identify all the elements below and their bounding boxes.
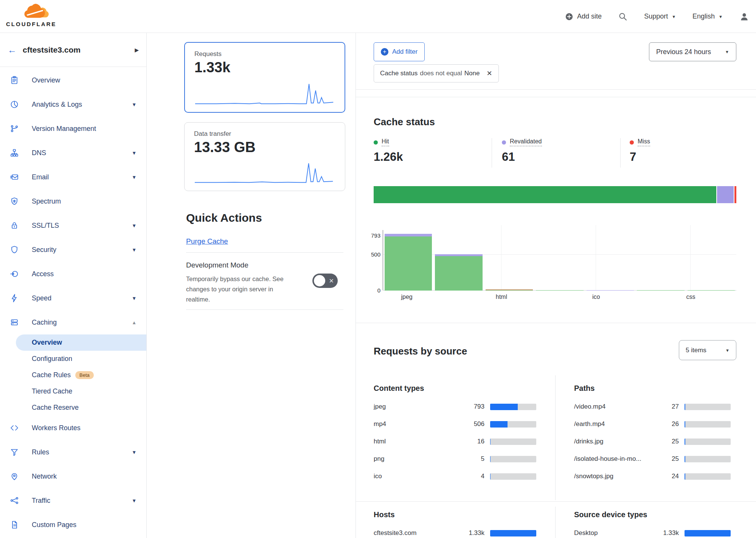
y-axis-tick: 500 xyxy=(365,251,380,258)
purge-cache-link[interactable]: Purge Cache xyxy=(186,237,228,246)
value-bar xyxy=(685,473,731,480)
data-transfer-card[interactable]: Data transfer 13.33 GB xyxy=(184,122,345,191)
hit-segment xyxy=(536,290,583,291)
sidebar-item-version-management[interactable]: Version Management xyxy=(0,117,146,141)
source-row-ico: ico4 xyxy=(374,468,536,485)
remove-filter-icon[interactable]: ✕ xyxy=(486,69,492,78)
divider xyxy=(186,252,343,253)
chevron-down-icon: ▼ xyxy=(719,14,723,19)
pie-chart-icon xyxy=(10,100,19,109)
chevron-up-icon: ▲ xyxy=(132,320,137,325)
sidebar-item-analytics-logs[interactable]: Analytics & Logs▼ xyxy=(0,92,146,117)
account-menu[interactable] xyxy=(739,12,749,22)
divider xyxy=(555,507,556,538)
bar-css[interactable] xyxy=(688,234,735,291)
sidebar-item-speed[interactable]: Speed▼ xyxy=(0,286,146,310)
sidebar-item-overview[interactable]: Overview xyxy=(0,68,146,92)
sidebar: ← cftestsite3.com ▶ OverviewAnalytics & … xyxy=(0,33,147,538)
items-count-select[interactable]: 5 items ▼ xyxy=(679,340,736,360)
summary-column: Requests 1.33k Data transfer 13.33 GB Qu… xyxy=(147,33,356,538)
value-bar xyxy=(685,421,731,428)
chevron-right-icon[interactable]: ▶ xyxy=(135,47,139,53)
source-row-html: html16 xyxy=(374,433,536,450)
stacked-segment-revalidated xyxy=(717,186,734,203)
add-site-button[interactable]: Add site xyxy=(565,12,602,21)
cloudflare-cloud-icon xyxy=(23,2,49,19)
sidebar-item-custom-pages[interactable]: Custom Pages xyxy=(0,513,146,537)
value-bar xyxy=(685,456,731,462)
shield-icon xyxy=(10,245,19,254)
sidebar-subitem-overview[interactable]: Overview xyxy=(16,334,146,351)
chevron-down-icon: ▼ xyxy=(132,449,137,455)
requests-value: 1.33k xyxy=(194,59,230,76)
support-menu[interactable]: Support ▼ xyxy=(644,12,676,20)
legend-hit: Hit 1.26k xyxy=(374,138,403,164)
bar-png[interactable] xyxy=(536,234,583,291)
add-filter-button[interactable]: + Add filter xyxy=(374,42,425,61)
sidebar-subitem-cache-rules[interactable]: Cache RulesBeta xyxy=(16,367,146,383)
shield-spectrum-icon xyxy=(10,197,19,206)
sidebar-item-access[interactable]: Access xyxy=(0,262,146,286)
miss-label[interactable]: Miss xyxy=(638,138,650,146)
requests-card[interactable]: Requests 1.33k xyxy=(184,42,345,113)
back-arrow-icon[interactable]: ← xyxy=(8,45,23,55)
development-mode-description: Temporarily bypass our cache. See change… xyxy=(186,274,291,305)
source-row-jpeg: jpeg793 xyxy=(374,398,536,415)
hit-label[interactable]: Hit xyxy=(382,138,389,146)
git-branch-icon xyxy=(10,124,19,133)
filter-chip: Cache status does not equal None ✕ xyxy=(374,64,499,82)
sidebar-subitem-cache-reserve[interactable]: Cache Reserve xyxy=(16,400,146,416)
miss-value: 7 xyxy=(630,150,650,164)
sidebar-item-rules[interactable]: Rules▼ xyxy=(0,440,146,464)
sidebar-item-security[interactable]: Security▼ xyxy=(0,238,146,262)
language-menu[interactable]: English ▼ xyxy=(692,12,723,20)
content-types-list: Content types jpeg793mp4506html16png5ico… xyxy=(374,384,536,485)
sidebar-item-email[interactable]: Email▼ xyxy=(0,165,146,189)
development-mode-toggle[interactable]: ✕ xyxy=(312,274,338,288)
bar-ico[interactable] xyxy=(587,234,634,291)
bar-svg[interactable] xyxy=(637,234,684,291)
hit-segment xyxy=(688,290,735,291)
divider xyxy=(620,138,621,168)
source-row-drinks-jpg: /drinks.jpg25 xyxy=(574,433,731,450)
paths-title: Paths xyxy=(574,384,731,393)
data-transfer-label: Data transfer xyxy=(194,130,231,138)
sidebar-item-spectrum[interactable]: Spectrum xyxy=(0,189,146,213)
code-brackets-icon xyxy=(10,423,19,432)
x-axis-label: ico xyxy=(592,294,600,300)
sidebar-item-workers-routes[interactable]: Workers Routes xyxy=(0,416,146,440)
filter-field: Cache status xyxy=(380,70,418,77)
paths-list: Paths /video.mp427/earth.mp426/drinks.jp… xyxy=(574,384,731,485)
sidebar-item-traffic[interactable]: Traffic▼ xyxy=(0,488,146,513)
revalidated-label[interactable]: Revalidated xyxy=(510,138,542,146)
cloudflare-logo[interactable]: CLOUDFLARE xyxy=(6,2,63,27)
sidebar-item-dns[interactable]: DNS▼ xyxy=(0,141,146,165)
sidebar-subitem-tiered-cache[interactable]: Tiered Cache xyxy=(16,383,146,400)
sidebar-item-ssl-tls[interactable]: SSL/TLS▼ xyxy=(0,213,146,238)
x-axis-label: css xyxy=(686,294,695,300)
value-bar xyxy=(490,404,536,410)
hit-segment xyxy=(637,290,684,291)
chevron-down-icon: ▼ xyxy=(132,174,137,180)
search-icon xyxy=(618,12,627,21)
server-stack-icon xyxy=(10,318,19,327)
value-bar xyxy=(490,473,536,480)
plus-circle-icon: + xyxy=(381,48,388,56)
sidebar-item-caching[interactable]: Caching▲ xyxy=(0,310,146,334)
source-row-snowtops-jpg: /snowtops.jpg24 xyxy=(574,468,731,485)
chevron-down-icon: ▼ xyxy=(672,14,676,19)
sidebar-item-network[interactable]: Network xyxy=(0,464,146,488)
cache-status-stacked-bar[interactable] xyxy=(374,186,736,203)
bar-html[interactable] xyxy=(486,234,533,291)
analytics-panel: + Add filter Cache status does not equal… xyxy=(356,33,756,538)
bar-mp4[interactable] xyxy=(435,234,482,291)
content-type-bar-chart xyxy=(383,234,736,291)
beta-badge: Beta xyxy=(75,371,94,379)
value-bar xyxy=(685,404,731,410)
bar-jpeg[interactable] xyxy=(385,234,432,291)
time-range-select[interactable]: Previous 24 hours ▼ xyxy=(649,42,736,61)
search-button[interactable] xyxy=(618,12,627,21)
plus-circle-icon xyxy=(565,12,573,21)
sidebar-subitem-configuration[interactable]: Configuration xyxy=(16,351,146,367)
page-icon xyxy=(10,520,19,529)
